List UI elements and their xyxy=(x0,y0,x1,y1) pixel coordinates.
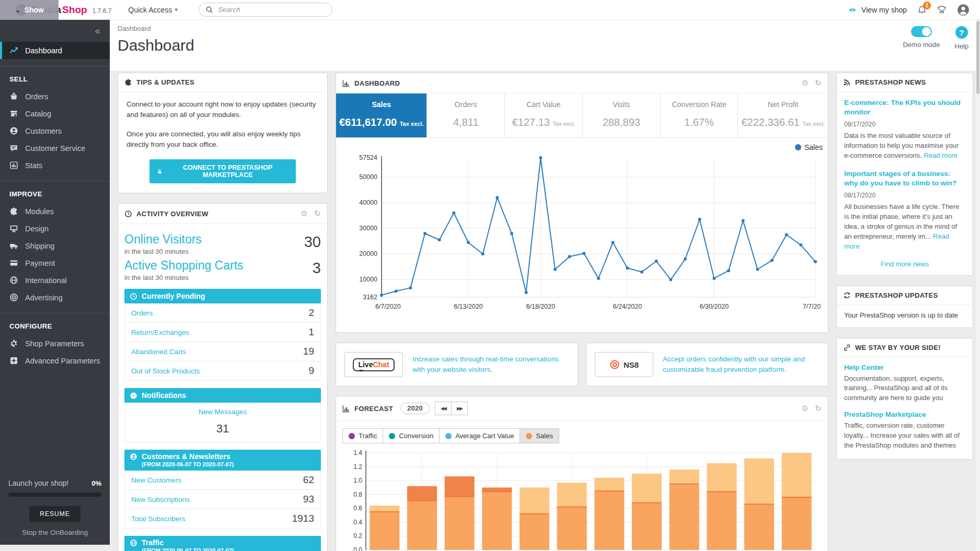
view-my-shop-link[interactable]: View my shop xyxy=(848,6,907,14)
demo-mode-control: Demo mode xyxy=(903,26,940,50)
gear-icon[interactable]: ⚙ xyxy=(801,404,809,413)
kpi-tab-visits[interactable]: Visits 288,893 xyxy=(583,93,661,137)
notifications-button[interactable]: 2 xyxy=(917,5,927,15)
resume-button[interactable]: RESUME xyxy=(29,506,80,522)
account-menu[interactable] xyxy=(957,4,970,16)
news-article: E-commerce: The KPIs you should monitor … xyxy=(844,98,965,161)
panel-title: FORECAST xyxy=(354,405,393,413)
forecast-year-pill[interactable]: 2020 xyxy=(400,403,430,414)
refresh-icon[interactable]: ↻ xyxy=(815,78,822,88)
find-more-news-link[interactable]: Find more news xyxy=(844,260,965,268)
help-control[interactable]: ? Help xyxy=(954,26,969,50)
kpi-label: Net Profit xyxy=(741,100,825,109)
online-visitors-sub: in the last 30 minutes xyxy=(124,248,202,255)
svg-text:0.0: 0.0 xyxy=(353,546,362,551)
customers-newsletters-header: Customers & Newsletters (FROM 2020-06-07… xyxy=(124,450,321,471)
sidebar-item-payment[interactable]: Payment xyxy=(0,254,110,272)
pending-returns-link[interactable]: Return/Exchanges xyxy=(131,329,189,336)
truck-icon xyxy=(9,241,18,250)
svg-text:40000: 40000 xyxy=(359,199,377,206)
online-visitors-stat: Online Visitors in the last 30 minutes 3… xyxy=(124,232,321,255)
read-more-link[interactable]: Read more xyxy=(924,151,957,159)
new-customers-link[interactable]: New Customers xyxy=(131,476,181,484)
news-article-title[interactable]: E-commerce: The KPIs you should monitor xyxy=(844,98,965,117)
kpi-tab-net-profit[interactable]: Net Profit €222,336.61 Tax excl. xyxy=(738,93,828,137)
livechat-promo-link[interactable]: Increase sales through real-time convers… xyxy=(412,354,569,374)
kpi-tab-conversion-rate[interactable]: Conversion Rate 1.67% xyxy=(661,93,739,137)
sidebar-item-dashboard[interactable]: Dashboard xyxy=(0,42,110,59)
forecast-next-button[interactable]: ▶▶ xyxy=(451,402,468,415)
table-row: Abandoned Carts 19 xyxy=(124,342,321,361)
news-article-title[interactable]: Important stages of a business: why do y… xyxy=(844,169,965,188)
gear-icon[interactable]: ⚙ xyxy=(801,78,809,88)
sidebar-item-design[interactable]: Design xyxy=(0,220,110,237)
marketplace-link[interactable]: PrestaShop Marketplace xyxy=(844,411,965,418)
sales-line-chart[interactable]: 31621000020000300004000050000575246/7/20… xyxy=(342,155,821,316)
quick-access-label: Quick Access xyxy=(128,6,172,14)
connect-marketplace-button[interactable]: CONNECT TO PRESTASHOP MARKETPLACE xyxy=(149,159,296,183)
refresh-icon[interactable]: ↻ xyxy=(314,209,321,218)
sidebar-item-shipping[interactable]: Shipping xyxy=(0,237,110,254)
forecast-bar-chart[interactable]: 0.00.20.40.60.81.01.21.4FebruaryAprilJun… xyxy=(342,447,821,551)
new-messages-link[interactable]: New Messages xyxy=(131,408,314,416)
kpi-tab-orders[interactable]: Orders 4,811 xyxy=(427,93,505,137)
legend-button-sales[interactable]: Sales xyxy=(520,428,559,443)
sidebar-item-stats[interactable]: Stats xyxy=(0,157,110,174)
sidebar-item-modules[interactable]: Modules xyxy=(0,203,110,220)
online-visitors-label[interactable]: Online Visitors xyxy=(124,232,202,247)
legend-button-conversion[interactable]: Conversion xyxy=(383,428,440,443)
svg-text:0.6: 0.6 xyxy=(353,505,362,512)
new-subscriptions-link[interactable]: New Subscriptions xyxy=(131,496,190,503)
abandoned-carts-link[interactable]: Abandoned Carts xyxy=(131,348,186,356)
sidebar-item-customers[interactable]: Customers xyxy=(0,122,110,139)
sidebar-item-catalog[interactable]: Catalog xyxy=(0,105,110,122)
out-of-stock-value: 9 xyxy=(308,365,314,377)
pending-orders-link[interactable]: Orders xyxy=(131,309,153,317)
sidebar-section-improve: IMPROVE xyxy=(0,181,110,203)
sidebar: « Dashboard SELL Orders Catalog Customer… xyxy=(0,20,110,545)
sidebar-item-orders[interactable]: Orders xyxy=(0,88,110,105)
svg-text:50000: 50000 xyxy=(359,173,377,181)
sidebar-item-label: Catalog xyxy=(25,110,51,118)
forecast-prev-button[interactable]: ◀◀ xyxy=(435,402,452,415)
ns8-logo[interactable]: NS8 xyxy=(595,352,653,377)
gear-icon xyxy=(9,339,18,348)
help-center-link[interactable]: Help Center xyxy=(844,364,965,371)
legend-button-traffic[interactable]: Traffic xyxy=(342,428,383,443)
sidebar-item-advertising[interactable]: Advertising xyxy=(0,289,110,306)
active-carts-sub: in the last 30 minutes xyxy=(124,274,244,282)
sidebar-item-shop-parameters[interactable]: Shop Parameters xyxy=(0,335,110,352)
kpi-tab-cart-value[interactable]: Cart Value €127.13 Tax excl. xyxy=(505,93,583,137)
svg-text:6/18/2020: 6/18/2020 xyxy=(526,303,556,310)
kpi-value: 288,893 xyxy=(603,116,640,128)
ns8-promo-link[interactable]: Accept orders confidently with our simpl… xyxy=(663,354,820,374)
total-subscribers-value: 1913 xyxy=(292,513,314,524)
sidebar-collapse-button[interactable]: « xyxy=(95,25,100,36)
svg-text:6/13/2020: 6/13/2020 xyxy=(454,303,483,310)
sidebar-item-advanced-parameters[interactable]: Advanced Parameters xyxy=(0,352,110,369)
kpi-label: Orders xyxy=(430,100,501,109)
scrollbar-thumb[interactable] xyxy=(976,21,979,94)
out-of-stock-link[interactable]: Out of Stock Products xyxy=(131,367,200,375)
total-subscribers-link[interactable]: Total Subscribers xyxy=(131,515,186,523)
active-carts-label[interactable]: Active Shopping Carts xyxy=(124,259,244,273)
scrollbar[interactable] xyxy=(976,20,980,551)
new-messages-box: New Messages 31 xyxy=(124,403,321,442)
trophy-button[interactable] xyxy=(937,5,947,15)
sidebar-item-customer-service[interactable]: Customer Service xyxy=(0,139,110,157)
refresh-icon[interactable]: ↻ xyxy=(815,404,822,413)
legend-button-average-cart-value[interactable]: Average Cart Value xyxy=(439,428,520,443)
show-overlay-button[interactable]: ⌄ Show xyxy=(0,0,59,20)
sidebar-item-international[interactable]: International xyxy=(0,272,110,289)
updates-status-text: Your PrestaShop version is up to date xyxy=(837,305,973,327)
demo-mode-toggle[interactable] xyxy=(911,26,932,37)
quick-access-dropdown[interactable]: Quick Access ▾ xyxy=(128,6,178,14)
kpi-tab-sales[interactable]: Sales €611,617.00 Tax excl. xyxy=(336,93,427,137)
svg-text:6/30/2020: 6/30/2020 xyxy=(700,303,729,310)
search-box[interactable] xyxy=(199,3,332,17)
search-input[interactable] xyxy=(218,6,326,14)
livechat-logo[interactable]: LiveChat xyxy=(344,352,403,377)
legend-label: Sales xyxy=(804,143,823,151)
gear-icon[interactable]: ⚙ xyxy=(301,209,308,218)
stop-onboarding-link[interactable]: Stop the OnBoarding xyxy=(8,529,101,536)
